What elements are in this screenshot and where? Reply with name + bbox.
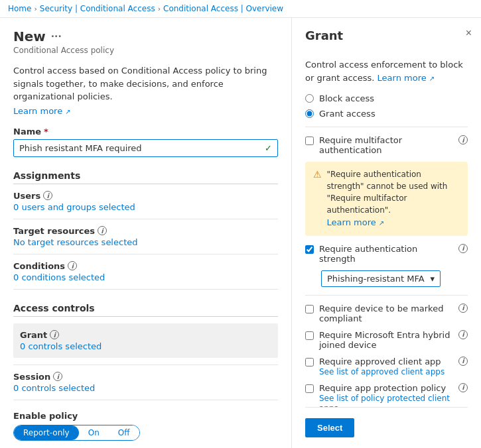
- warning-icon: ⚠: [313, 169, 322, 180]
- require-approved-option: Require approved client app See list of …: [305, 357, 468, 376]
- chevron-down-icon: ▾: [430, 274, 435, 284]
- grant-learn-more[interactable]: Learn more ↗: [378, 73, 435, 83]
- users-value[interactable]: 0 users and groups selected: [13, 202, 278, 212]
- session-info-icon[interactable]: i: [53, 372, 62, 381]
- session-value[interactable]: 0 controls selected: [13, 383, 278, 393]
- conditions-value[interactable]: 0 conditions selected: [13, 272, 278, 282]
- panel-description: Control access enforcement to block or g…: [305, 58, 468, 84]
- require-mfa-label: Require multifactor authentication: [319, 135, 453, 155]
- toggle-on[interactable]: On: [79, 425, 109, 440]
- users-section: Users i 0 users and groups selected: [13, 184, 278, 219]
- conditions-section: Conditions i 0 conditions selected: [13, 254, 278, 290]
- grant-label: Grant: [20, 330, 47, 340]
- grant-info-icon[interactable]: i: [50, 330, 59, 339]
- grant-access-option[interactable]: Grant access: [305, 109, 468, 119]
- block-access-label: Block access: [319, 93, 374, 103]
- session-label: Session: [13, 372, 50, 382]
- require-protection-label: Require app protection policy: [319, 383, 446, 393]
- conditions-label: Conditions: [13, 261, 65, 271]
- policy-toggle[interactable]: Report-only On Off: [13, 425, 140, 441]
- auth-strength-dropdown[interactable]: Phishing-resistant MFA ▾: [321, 270, 441, 287]
- panel-title: Grant: [305, 28, 343, 42]
- close-button[interactable]: ×: [466, 27, 472, 39]
- ellipsis-menu[interactable]: ···: [51, 31, 62, 42]
- require-auth-strength-label: Require authentication strength: [319, 244, 453, 264]
- policy-section: Enable policy Report-only On Off: [13, 411, 278, 441]
- block-access-radio[interactable]: [305, 94, 314, 103]
- require-mfa-checkbox[interactable]: [305, 137, 314, 145]
- warning-learn-more[interactable]: Learn more ↗: [327, 217, 385, 227]
- conditions-info-icon[interactable]: i: [68, 261, 77, 270]
- require-mfa-option: Require multifactor authentication i: [305, 135, 468, 155]
- target-label: Target resources: [13, 226, 95, 236]
- page-title: New ···: [13, 28, 278, 44]
- compliant-info-icon[interactable]: i: [458, 304, 468, 313]
- protection-info-icon[interactable]: i: [458, 383, 468, 392]
- users-label: Users: [13, 191, 40, 201]
- entra-info-icon[interactable]: i: [458, 330, 468, 339]
- require-protection-checkbox[interactable]: [305, 384, 314, 393]
- policy-label: Enable policy: [13, 411, 278, 421]
- mfa-info-icon[interactable]: i: [458, 135, 468, 144]
- divider2: [305, 295, 468, 296]
- page-subtitle: Conditional Access policy: [13, 46, 278, 55]
- approved-info-icon[interactable]: i: [458, 357, 468, 366]
- select-button[interactable]: Select: [305, 418, 354, 437]
- require-auth-strength-checkbox[interactable]: [305, 245, 314, 254]
- toggle-off[interactable]: Off: [109, 425, 139, 440]
- assignments-title: Assignments: [13, 170, 278, 184]
- require-approved-label: Require approved client app: [319, 357, 441, 366]
- require-auth-strength-option: Require authentication strength i: [305, 244, 468, 264]
- approved-link[interactable]: See list of approved client apps: [319, 367, 445, 376]
- block-access-option[interactable]: Block access: [305, 93, 468, 103]
- target-info-icon[interactable]: i: [98, 226, 107, 235]
- required-asterisk: *: [44, 127, 48, 137]
- name-input[interactable]: Phish resistant MFA required ✓: [13, 139, 278, 157]
- users-info-icon[interactable]: i: [43, 191, 52, 200]
- check-icon: ✓: [265, 143, 272, 153]
- description-text: Control access based on Conditional Acce…: [13, 64, 278, 103]
- description-learn-more[interactable]: Learn more ↗: [13, 106, 71, 116]
- target-section: Target resources i No target resources s…: [13, 219, 278, 254]
- warning-text: "Require authentication strength" cannot…: [327, 168, 460, 229]
- breadcrumb-security[interactable]: Security | Conditional Access: [40, 4, 155, 13]
- toggle-report-only[interactable]: Report-only: [14, 425, 79, 440]
- grant-access-radio[interactable]: [305, 109, 314, 118]
- require-entra-option: Require Microsoft Entra hybrid joined de…: [305, 330, 468, 350]
- require-compliant-checkbox[interactable]: [305, 305, 314, 313]
- left-panel: New ··· Conditional Access policy Contro…: [0, 18, 292, 448]
- grant-access-label: Grant access: [319, 109, 376, 119]
- require-entra-label: Require Microsoft Entra hybrid joined de…: [319, 330, 453, 350]
- auth-strength-info-icon[interactable]: i: [458, 244, 468, 253]
- right-panel: Grant × Control access enforcement to bl…: [292, 18, 481, 448]
- warning-box: ⚠ "Require authentication strength" cann…: [305, 162, 468, 236]
- target-value[interactable]: No target resources selected: [13, 237, 278, 247]
- name-label: Name *: [13, 127, 278, 137]
- access-controls-title: Access controls: [13, 303, 278, 317]
- session-section: Session i 0 controls selected: [13, 365, 278, 400]
- breadcrumb-overview[interactable]: Conditional Access | Overview: [163, 4, 283, 13]
- require-compliant-option: Require device to be marked compliant i: [305, 304, 468, 323]
- divider: [305, 127, 468, 127]
- require-entra-checkbox[interactable]: [305, 331, 314, 340]
- require-approved-checkbox[interactable]: [305, 358, 314, 366]
- grant-section: Grant i 0 controls selected: [13, 317, 278, 365]
- breadcrumb: Home › Security | Conditional Access › C…: [0, 0, 481, 18]
- require-compliant-label: Require device to be marked compliant: [319, 304, 453, 323]
- grant-value[interactable]: 0 controls selected: [20, 341, 271, 351]
- breadcrumb-home[interactable]: Home: [8, 4, 31, 13]
